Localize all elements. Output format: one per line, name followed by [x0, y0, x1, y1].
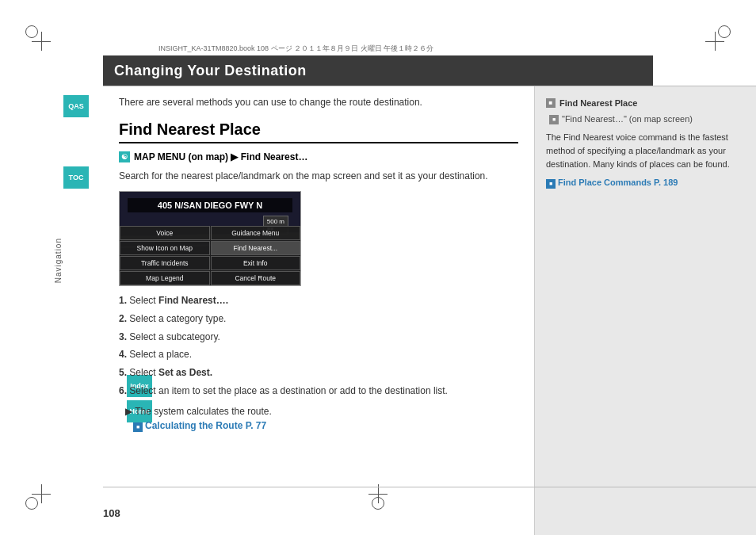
- map-menu-cancel: Cancel Route: [211, 271, 301, 285]
- left-sidebar: QAS TOC: [0, 0, 103, 535]
- toc-button[interactable]: TOC: [63, 166, 89, 189]
- border-top: [103, 86, 756, 86]
- panel-sub-item: ■ "Find Nearest…" (on map screen): [546, 114, 745, 124]
- border-bottom: [103, 487, 756, 487]
- map-menu-voice: Voice: [120, 226, 210, 240]
- steps-area: 1. Select Find Nearest…. 2. Select a cat…: [119, 294, 518, 398]
- step-4: 4. Select a place.: [119, 348, 518, 361]
- nav-label: Navigation: [54, 238, 63, 283]
- map-menu-exit: Exit Info: [211, 256, 301, 270]
- page-title: Changing Your Destination: [114, 63, 307, 79]
- panel-title-icon: ■: [546, 98, 556, 108]
- step-2: 2. Select a category type.: [119, 312, 518, 326]
- right-panel: ■ Find Nearest Place ■ "Find Nearest…" (…: [534, 86, 756, 535]
- map-menu-icon-show: Show Icon on Map: [120, 241, 210, 255]
- step-1: 1. Select Find Nearest….: [119, 294, 518, 308]
- main-content: There are several methods you can use to…: [103, 86, 534, 487]
- arrow-point: ▶ The system calculates the route. ■Calc…: [125, 404, 518, 433]
- map-menu-legend: Map Legend: [120, 271, 210, 285]
- panel-link-icon: ■: [546, 179, 556, 189]
- step-3: 3. Select a subcategory.: [119, 331, 518, 344]
- panel-title: ■ Find Nearest Place: [546, 98, 745, 108]
- map-menu-grid: Voice Guidance Menu Show Icon on Map Fin…: [120, 226, 300, 285]
- qas-button[interactable]: QAS: [63, 95, 89, 117]
- crosshair-tr: [705, 32, 724, 51]
- description-text: Search for the nearest place/landmark on…: [119, 169, 518, 183]
- step-6: 6. Select an item to set the place as a …: [119, 384, 518, 398]
- panel-sub-icon: ■: [549, 115, 559, 124]
- calc-link[interactable]: Calculating the Route P. 77: [145, 420, 266, 431]
- panel-link[interactable]: ■Find Place Commands P. 189: [546, 178, 745, 189]
- map-menu-command: ☯ MAP MENU (on map) ▶ Find Nearest…: [119, 151, 518, 162]
- header-bar: Changing Your Destination: [103, 55, 653, 86]
- panel-body-text: The Find Nearest voice command is the fa…: [546, 131, 745, 171]
- page-number: 108: [103, 507, 120, 519]
- map-menu-find-nearest: Find Nearest...: [211, 241, 301, 255]
- map-menu-icon: ☯: [119, 151, 130, 162]
- intro-text: There are several methods you can use to…: [119, 95, 518, 109]
- step-5: 5. Select Set as Dest.: [119, 366, 518, 380]
- section-title: Find Nearest Place: [119, 120, 518, 143]
- map-menu-traffic: Traffic Incidents: [120, 256, 210, 270]
- map-menu-guidance: Guidance Menu: [211, 226, 301, 240]
- map-screenshot: 405 N/SAN DIEGO FWY N 500 m ■■ Voice Gui…: [119, 191, 301, 286]
- calc-link-icon: ■: [133, 422, 143, 432]
- file-info: INSIGHT_KA-31TM8820.book 108 ページ ２０１１年８月…: [158, 44, 433, 54]
